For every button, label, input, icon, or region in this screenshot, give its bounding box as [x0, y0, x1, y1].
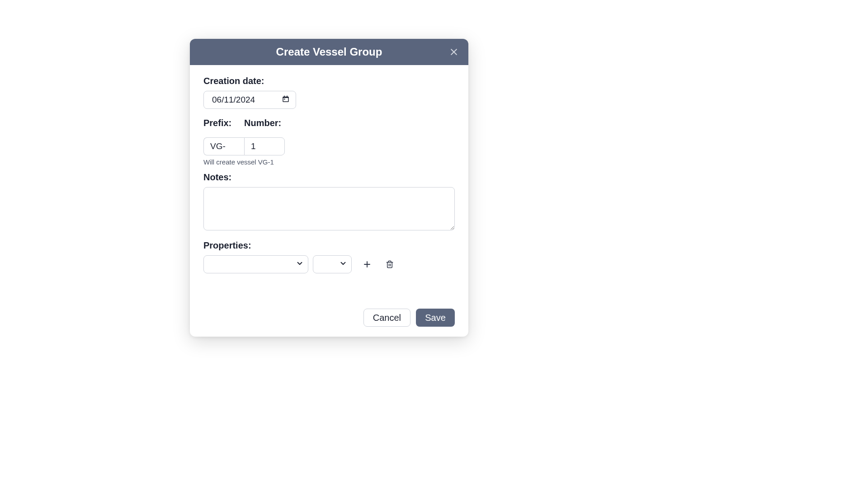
properties-label: Properties:: [203, 240, 455, 251]
prefix-number-row: [203, 137, 455, 155]
cancel-button[interactable]: Cancel: [363, 309, 410, 327]
trash-icon: [386, 260, 394, 268]
prefix-number-labels: Prefix: Number:: [203, 118, 455, 133]
notes-textarea[interactable]: [203, 187, 455, 230]
save-button[interactable]: Save: [416, 309, 455, 327]
number-input[interactable]: [244, 137, 285, 155]
close-icon: [449, 47, 458, 56]
modal-body: Creation date: Prefix: Number:: [190, 65, 468, 309]
creation-date-label: Creation date:: [203, 76, 455, 86]
creation-date-wrapper: [203, 91, 296, 109]
create-vessel-group-modal: Create Vessel Group Creation date:: [190, 39, 468, 337]
plus-icon: [363, 260, 371, 268]
number-label: Number:: [244, 118, 281, 128]
properties-row: [203, 255, 455, 273]
modal-footer: Cancel Save: [190, 309, 468, 337]
prefix-label: Prefix:: [203, 118, 244, 128]
close-button[interactable]: [448, 46, 460, 58]
property-key-wrapper: [203, 255, 308, 273]
delete-property-button[interactable]: [382, 257, 397, 272]
creation-date-input[interactable]: [203, 91, 296, 109]
modal-title: Create Vessel Group: [276, 46, 382, 58]
notes-label: Notes:: [203, 172, 455, 183]
property-value-select[interactable]: [313, 255, 352, 273]
modal-header: Create Vessel Group: [190, 39, 468, 65]
prefix-input[interactable]: [203, 137, 244, 155]
property-value-wrapper: [313, 255, 352, 273]
add-property-button[interactable]: [360, 257, 374, 272]
creation-hint: Will create vessel VG-1: [203, 158, 455, 166]
property-key-select[interactable]: [203, 255, 308, 273]
